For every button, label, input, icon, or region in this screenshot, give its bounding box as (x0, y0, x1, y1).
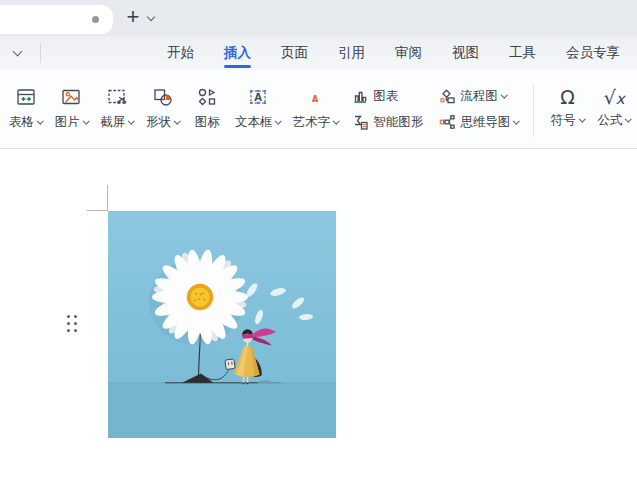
insert-ribbon: 表格 图片 截屏 (0, 70, 637, 149)
page-margin-corner-mark (87, 210, 108, 211)
tab-home[interactable]: 开始 (167, 36, 194, 70)
inline-image-daisy-girl[interactable] (108, 211, 336, 438)
tab-view[interactable]: 视图 (452, 36, 479, 70)
screenshot-icon (106, 84, 128, 110)
button-label: 艺术字 (292, 114, 330, 131)
button-label: 文本框 (235, 114, 273, 131)
menu-tabs: 开始 插入 页面 引用 审阅 视图 工具 会员专享 (167, 36, 620, 70)
insert-smartart-button[interactable]: 智能图形 (352, 111, 423, 133)
button-label: 流程图 (460, 88, 498, 105)
object-drag-handle-icon[interactable] (67, 315, 77, 332)
insert-table-button[interactable]: 表格 (3, 84, 49, 131)
tab-member-exclusive[interactable]: 会员专享 (566, 36, 620, 70)
button-label: 图标 (195, 114, 220, 131)
ribbon-group-divider (533, 85, 534, 137)
insert-shapes-button[interactable]: 形状 (140, 84, 186, 131)
chevron-down-icon (625, 116, 631, 122)
menu-bar: 开始 插入 页面 引用 审阅 视图 工具 会员专享 (0, 36, 637, 70)
insert-picture-button[interactable]: 图片 (49, 84, 95, 131)
tab-insert[interactable]: 插入 (224, 36, 251, 70)
new-tab-button[interactable]: + (121, 3, 145, 33)
insert-icons-button[interactable]: 图标 (186, 84, 230, 131)
insert-wordart-button[interactable]: A A 艺术字 (287, 84, 345, 131)
button-label: 智能图形 (373, 114, 423, 131)
insert-mindmap-button[interactable]: 思维导图 (439, 111, 519, 133)
insert-textbox-button[interactable]: A 文本框 (229, 84, 287, 131)
mind-map-icon (439, 114, 455, 130)
tab-tools[interactable]: 工具 (509, 36, 536, 70)
chevron-down-icon (579, 116, 585, 122)
screenshot-button[interactable]: 截屏 (94, 84, 140, 131)
chevron-down-icon (275, 118, 281, 124)
menu-divider (40, 43, 41, 63)
insert-flowchart-button[interactable]: 流程图 (439, 85, 519, 107)
tab-review[interactable]: 审阅 (395, 36, 422, 70)
omega-icon: Ω (560, 84, 575, 110)
button-label: 形状 (146, 114, 171, 131)
chart-icon (352, 88, 368, 104)
wps-writer-window: + 开始 插入 页面 引用 审阅 视图 工具 会员专享 (0, 0, 637, 502)
tab-reference[interactable]: 引用 (338, 36, 365, 70)
chevron-down-icon (501, 91, 507, 97)
button-label: 图片 (55, 114, 80, 131)
insert-formula-button[interactable]: √x 公式 (591, 84, 637, 129)
picture-icon (60, 84, 82, 110)
text-box-icon: A (247, 84, 269, 110)
chevron-down-icon (513, 117, 519, 123)
tab-page[interactable]: 页面 (281, 36, 308, 70)
chevron-down-icon (174, 118, 180, 124)
document-page[interactable] (0, 149, 637, 502)
table-icon (15, 84, 37, 110)
insert-symbol-button[interactable]: Ω 符号 (546, 84, 590, 129)
flowchart-icon (439, 88, 455, 104)
button-label: 思维导图 (460, 114, 510, 131)
button-label: 图表 (373, 88, 398, 105)
button-label: 截屏 (100, 114, 125, 131)
page-margin-corner-mark (107, 185, 108, 210)
tab-list-chevron-down-icon[interactable] (147, 13, 155, 21)
button-label: 公式 (597, 112, 622, 129)
chevron-down-icon (128, 118, 134, 124)
shapes-icon (152, 84, 174, 110)
chevron-down-icon (333, 118, 339, 124)
document-tab[interactable] (0, 5, 113, 34)
button-label: 符号 (551, 112, 576, 129)
formula-icon: √x (604, 84, 625, 110)
word-art-icon: A A (304, 84, 326, 110)
svg-text:A: A (254, 92, 262, 103)
insert-chart-button[interactable]: 图表 (352, 85, 423, 107)
svg-text:A: A (312, 95, 319, 104)
icon-library-icon (196, 84, 218, 110)
chevron-down-icon (83, 118, 89, 124)
button-label: 表格 (9, 114, 34, 131)
document-tab-bar: + (0, 0, 637, 36)
chevron-down-icon (37, 118, 43, 124)
smart-art-icon (352, 114, 368, 130)
collapse-ribbon-chevron-down-icon[interactable] (13, 47, 23, 57)
unsaved-indicator-dot-icon (92, 16, 99, 23)
